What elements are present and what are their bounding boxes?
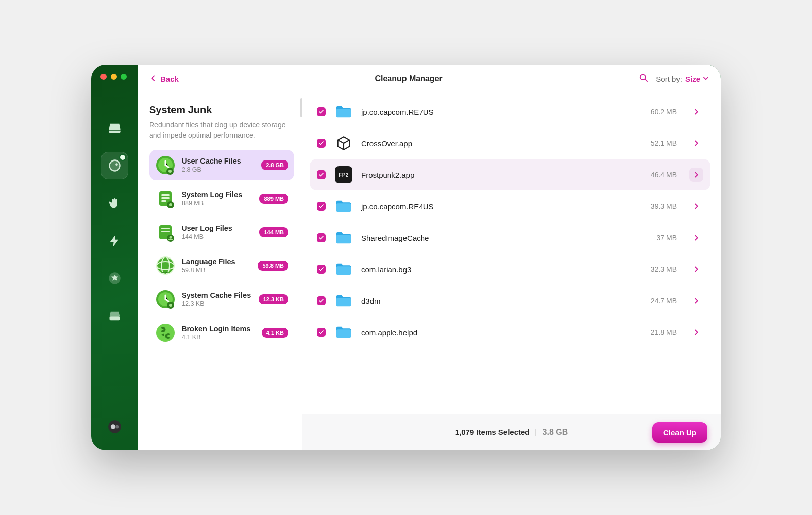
nav-rail [91, 65, 138, 450]
sort-value-text: Size [685, 75, 700, 83]
file-checkbox[interactable] [317, 107, 326, 116]
file-disclosure-button[interactable] [689, 262, 703, 276]
file-row[interactable]: com.apple.helpd 21.8 MB [310, 316, 710, 348]
back-label: Back [160, 75, 179, 83]
section-title: System Junk [149, 104, 294, 116]
selected-count: 1,079 Items Selected [455, 428, 530, 436]
sort-value-button[interactable]: Size [685, 75, 709, 83]
category-icon [155, 255, 176, 276]
file-size: 37 MB [657, 234, 677, 242]
file-checkbox[interactable] [317, 296, 326, 305]
category-badge: 12.3 KB [259, 294, 288, 304]
category-icon [155, 323, 176, 343]
rail-item-apps[interactable] [101, 265, 128, 292]
selected-size: 3.8 GB [543, 428, 568, 436]
file-row[interactable]: com.larian.bg3 32.3 MB [310, 253, 710, 285]
app-window: Back Cleanup Manager Sort by: Size Syste… [91, 65, 721, 450]
category-item[interactable]: Broken Login Items 4.1 KB 4.1 KB [149, 317, 294, 348]
file-size: 39.3 MB [651, 202, 677, 210]
category-size: 2.8 GB [182, 166, 255, 173]
file-name: jp.co.capcom.RE4US [361, 202, 641, 211]
rail-item-account[interactable] [101, 413, 128, 440]
file-icon [335, 103, 352, 120]
file-disclosure-button[interactable] [689, 105, 703, 119]
file-name: jp.co.capcom.RE7US [361, 108, 641, 116]
category-size: 889 MB [182, 200, 253, 207]
rail-item-privacy[interactable] [101, 189, 128, 217]
rail-item-files[interactable] [101, 302, 128, 330]
file-row[interactable]: SharedImageCache 37 MB [310, 222, 710, 253]
file-checkbox[interactable] [317, 139, 326, 148]
file-icon [335, 261, 352, 278]
file-icon: FP2 [335, 166, 352, 183]
category-title: System Cache Files [182, 291, 253, 299]
category-badge: 889 MB [259, 194, 288, 204]
file-name: com.larian.bg3 [361, 265, 641, 274]
content: System Junk Redundant files that clog up… [138, 93, 721, 450]
file-disclosure-button[interactable] [689, 294, 703, 308]
category-item[interactable]: Language Files 59.8 MB 59.8 MB [149, 250, 294, 281]
file-row[interactable]: CrossOver.app 52.1 MB [310, 127, 710, 159]
chevron-left-icon [149, 74, 157, 84]
rail-item-speed[interactable] [101, 227, 128, 254]
footer-summary: 1,079 Items Selected | 3.8 GB [455, 428, 568, 437]
close-window-button[interactable] [100, 74, 107, 80]
file-row[interactable]: d3dm 24.7 MB [310, 285, 710, 316]
file-checkbox[interactable] [317, 328, 326, 337]
file-checkbox[interactable] [317, 170, 326, 179]
file-disclosure-button[interactable] [689, 325, 703, 339]
rail-item-cleanup[interactable] [101, 152, 128, 179]
category-size: 4.1 KB [182, 334, 256, 341]
footer: 1,079 Items Selected | 3.8 GB Clean Up [302, 414, 721, 450]
category-title: Broken Login Items [182, 325, 256, 333]
minimize-window-button[interactable] [111, 74, 117, 80]
file-icon [335, 292, 352, 309]
file-name: SharedImageCache [361, 234, 648, 242]
file-row[interactable]: jp.co.capcom.RE7US 60.2 MB [310, 96, 710, 127]
file-icon [335, 324, 352, 341]
category-item[interactable]: User Log Files 144 MB 144 MB [149, 217, 294, 247]
chevron-right-icon [692, 265, 700, 273]
file-icon [335, 135, 352, 152]
file-size: 24.7 MB [651, 297, 677, 305]
file-checkbox[interactable] [317, 233, 326, 242]
category-panel: System Junk Redundant files that clog up… [138, 93, 300, 450]
category-size: 12.3 KB [182, 300, 253, 307]
chevron-right-icon [692, 297, 700, 305]
check-icon [318, 109, 324, 115]
file-size: 46.4 MB [651, 171, 677, 179]
zoom-window-button[interactable] [121, 74, 127, 80]
cleanup-button[interactable]: Clean Up [652, 422, 707, 443]
check-icon [318, 266, 324, 272]
file-checkbox[interactable] [317, 265, 326, 274]
category-icon [155, 289, 176, 309]
category-item[interactable]: User Cache Files 2.8 GB 2.8 GB [149, 150, 294, 180]
file-disclosure-button[interactable] [689, 168, 703, 182]
category-badge: 144 MB [259, 227, 288, 237]
file-size: 60.2 MB [651, 108, 677, 116]
back-button[interactable]: Back [149, 74, 179, 84]
file-checkbox[interactable] [317, 202, 326, 211]
file-row[interactable]: jp.co.capcom.RE4US 39.3 MB [310, 190, 710, 222]
file-name: com.apple.helpd [361, 328, 641, 337]
category-title: User Log Files [182, 224, 253, 232]
file-name: d3dm [361, 297, 641, 305]
main-panel: Back Cleanup Manager Sort by: Size Syste… [138, 65, 721, 450]
chevron-right-icon [692, 139, 700, 147]
chevron-right-icon [692, 202, 700, 210]
search-button[interactable] [638, 73, 649, 85]
category-badge: 2.8 GB [261, 160, 288, 170]
category-title: Language Files [182, 258, 252, 266]
sort-label: Sort by: [656, 75, 682, 83]
category-item[interactable]: System Cache Files 12.3 KB 12.3 KB [149, 284, 294, 314]
file-disclosure-button[interactable] [689, 199, 703, 213]
check-icon [318, 329, 324, 335]
file-disclosure-button[interactable] [689, 136, 703, 150]
file-row[interactable]: FP2 Frostpunk2.app 46.4 MB [310, 159, 710, 190]
file-icon [335, 198, 352, 215]
file-disclosure-button[interactable] [689, 231, 703, 245]
rail-item-dashboard[interactable] [101, 114, 128, 142]
file-list[interactable]: jp.co.capcom.RE7US 60.2 MB CrossOver.app… [302, 93, 721, 414]
check-icon [318, 140, 324, 146]
category-item[interactable]: System Log Files 889 MB 889 MB [149, 183, 294, 214]
